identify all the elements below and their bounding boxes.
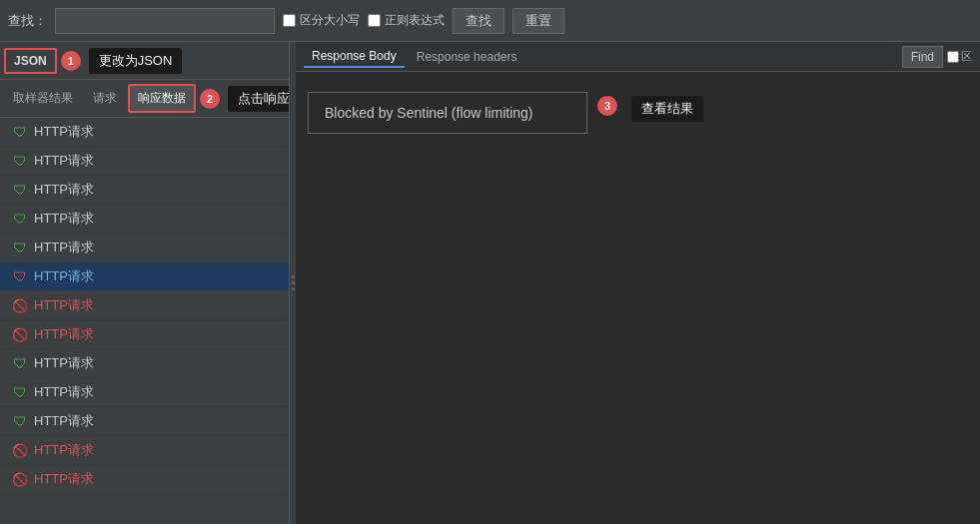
find-checkbox-label: 区 — [961, 49, 972, 64]
blocked-message-area: Blocked by Sentinel (flow limiting) 3 查看… — [308, 92, 968, 134]
tab-response-data[interactable]: 响应数据 — [128, 84, 196, 113]
view-result-tooltip: 查看结果 — [631, 96, 703, 122]
find-button[interactable]: Find — [902, 46, 943, 68]
request-item[interactable]: 🛡 HTTP请求 — [0, 176, 289, 205]
request-item-selected[interactable]: 🛡 HTTP请求 — [0, 262, 289, 291]
response-content: Blocked by Sentinel (flow limiting) 3 查看… — [296, 72, 980, 524]
top-toolbar: 查找： 区分大小写 正则表达式 查找 重置 — [0, 0, 980, 42]
annotation-3: 3 — [597, 96, 617, 116]
request-label: HTTP请求 — [34, 412, 94, 430]
request-label: HTTP请求 — [34, 383, 94, 401]
tab-json[interactable]: JSON — [4, 48, 57, 74]
request-label: HTTP请求 — [34, 354, 94, 372]
shield-green-icon: 🛡 — [12, 124, 28, 140]
request-label: HTTP请求 — [34, 239, 94, 257]
request-label: HTTP请求 — [34, 210, 94, 228]
main-area: JSON 1 更改为JSON 取样器结果 请求 响应数据 2 点击响应数据 🛡 — [0, 42, 980, 524]
reset-button[interactable]: 重置 — [512, 8, 564, 34]
find-button[interactable]: 查找 — [453, 8, 504, 34]
request-label: HTTP请求 — [34, 296, 94, 314]
tab-request[interactable]: 请求 — [84, 85, 126, 112]
find-label: 查找： — [8, 12, 47, 30]
shield-x-red-icon: 🚫 — [12, 297, 28, 313]
tab-sampler[interactable]: 取样器结果 — [4, 85, 82, 112]
request-label: HTTP请求 — [34, 152, 94, 170]
sidebar-tab-bar: JSON 1 更改为JSON — [0, 42, 289, 80]
find-checkbox-group: 区 — [947, 49, 972, 64]
request-item[interactable]: 🛡 HTTP请求 — [0, 205, 289, 234]
request-item[interactable]: 🚫 HTTP请求 — [0, 465, 289, 494]
request-label: HTTP请求 — [34, 181, 94, 199]
request-label: HTTP请求 — [34, 123, 94, 141]
request-item[interactable]: 🚫 HTTP请求 — [0, 291, 289, 320]
shield-green-icon: 🛡 — [12, 211, 28, 227]
blocked-message-text: Blocked by Sentinel (flow limiting) — [325, 105, 533, 121]
right-panel: Response Body Response headers Find 区 Bl… — [296, 42, 980, 524]
shield-x-red-icon: 🚫 — [12, 442, 28, 458]
click-response-tooltip: 点击响应数据 — [228, 86, 290, 112]
shield-green-icon: 🛡 — [12, 413, 28, 429]
shield-green-icon: 🛡 — [12, 355, 28, 371]
blocked-message-box: Blocked by Sentinel (flow limiting) — [308, 92, 587, 134]
shield-green-icon: 🛡 — [12, 384, 28, 400]
request-item[interactable]: 🛡 HTTP请求 — [0, 349, 289, 378]
search-input[interactable] — [55, 8, 275, 34]
annotation-2: 2 — [200, 89, 220, 109]
shield-red-icon: 🛡 — [12, 268, 28, 284]
shield-green-icon: 🛡 — [12, 182, 28, 198]
request-item[interactable]: 🛡 HTTP请求 — [0, 234, 289, 262]
request-label: HTTP请求 — [34, 441, 94, 459]
request-label: HTTP请求 — [34, 267, 94, 285]
change-json-tooltip: 更改为JSON — [89, 48, 183, 74]
response-sub-tab-bar: Response Body Response headers Find 区 — [296, 42, 980, 72]
request-item[interactable]: 🛡 HTTP请求 — [0, 147, 289, 176]
request-item[interactable]: 🛡 HTTP请求 — [0, 407, 289, 436]
request-label: HTTP请求 — [34, 325, 94, 343]
shield-x-red-icon: 🚫 — [12, 326, 28, 342]
annotation-1: 1 — [61, 51, 81, 71]
regex-checkbox[interactable] — [368, 14, 381, 27]
case-sensitive-label: 区分大小写 — [300, 12, 360, 29]
drag-dots — [292, 275, 295, 290]
shield-green-icon: 🛡 — [12, 153, 28, 169]
case-sensitive-group: 区分大小写 — [283, 12, 360, 29]
tab-response-headers[interactable]: Response headers — [409, 47, 525, 67]
sidebar-tab-bar-2: 取样器结果 请求 响应数据 2 点击响应数据 — [0, 80, 289, 118]
regex-label: 正则表达式 — [385, 12, 445, 29]
request-list: 🛡 HTTP请求 🛡 HTTP请求 🛡 HTTP请求 🛡 HTTP请求 🛡 H — [0, 118, 289, 524]
tab-response-body[interactable]: Response Body — [304, 46, 405, 68]
case-sensitive-checkbox[interactable] — [283, 14, 296, 27]
shield-green-icon: 🛡 — [12, 240, 28, 256]
request-item[interactable]: 🚫 HTTP请求 — [0, 320, 289, 349]
request-item[interactable]: 🛡 HTTP请求 — [0, 378, 289, 407]
request-item[interactable]: 🚫 HTTP请求 — [0, 436, 289, 465]
regex-group: 正则表达式 — [368, 12, 445, 29]
shield-x-red-icon: 🚫 — [12, 471, 28, 487]
find-option-checkbox[interactable] — [947, 51, 959, 63]
request-item[interactable]: 🛡 HTTP请求 — [0, 118, 289, 147]
sidebar: JSON 1 更改为JSON 取样器结果 请求 响应数据 2 点击响应数据 🛡 — [0, 42, 290, 524]
request-label: HTTP请求 — [34, 470, 94, 488]
